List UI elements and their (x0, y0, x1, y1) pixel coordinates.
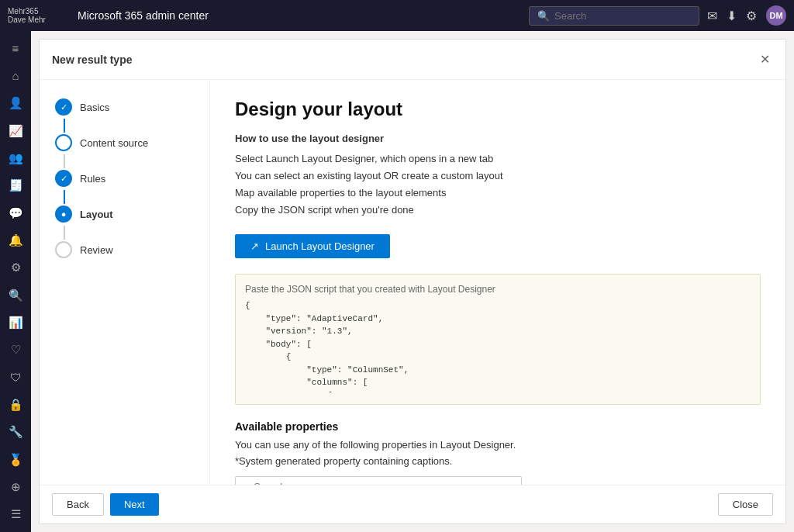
sidebar-add[interactable]: ⊕ (3, 475, 28, 498)
sidebar-analytics[interactable]: 📈 (3, 119, 28, 142)
sidebar-user[interactable]: 👤 (3, 92, 28, 115)
step-basics: ✓ Basics (55, 98, 194, 116)
search-icon: 🔍 (537, 10, 550, 22)
sidebar-heart[interactable]: ♡ (3, 339, 28, 361)
footer-left-buttons: Back Next (52, 493, 159, 516)
back-button[interactable]: Back (52, 493, 104, 516)
message-icon[interactable]: ✉ (707, 9, 717, 23)
step-label-layout: Layout (80, 209, 113, 220)
available-properties-title: Available properties (235, 420, 761, 433)
main-panel: Design your layout How to use the layout… (210, 80, 785, 485)
step-rules: ✓ Rules (55, 170, 194, 187)
step-label-review: Review (80, 244, 113, 256)
how-to-step-2: You can select an existing layout OR cre… (235, 168, 761, 185)
step-circle-layout: ● (55, 206, 72, 223)
sidebar-settings[interactable]: ⚙ (3, 257, 28, 279)
sidebar-search[interactable]: 🔍 (3, 284, 28, 306)
next-button[interactable]: Next (110, 493, 159, 516)
main-layout: ≡ ⌂ 👤 📈 👥 🧾 💬 🔔 ⚙ 🔍 📊 ♡ 🛡 🔒 🔧 🏅 ⊕ ☰ New … (0, 31, 794, 532)
step-circle-basics: ✓ (55, 98, 72, 116)
dialog-header: New result type ✕ (40, 40, 785, 80)
how-to-title: How to use the layout designer (235, 133, 761, 144)
how-to-list: Select Launch Layout Designer, which ope… (235, 150, 761, 219)
sidebar-billing[interactable]: 🧾 (3, 174, 28, 197)
content-area: New result type ✕ ✓ Basics Content sourc… (31, 31, 794, 532)
launch-layout-designer-button[interactable]: ↗ Launch Layout Designer (235, 234, 390, 258)
sidebar-lock[interactable]: 🔒 (3, 393, 28, 416)
step-circle-rules: ✓ (55, 170, 72, 187)
sidebar-list[interactable]: ☰ (3, 503, 28, 526)
step-content-source: Content source (55, 134, 194, 151)
available-properties-desc: You can use any of the following propert… (235, 439, 761, 451)
properties-search-row[interactable]: ○ (235, 476, 522, 485)
search-input[interactable] (554, 10, 691, 22)
dialog-wrapper: New result type ✕ ✓ Basics Content sourc… (39, 39, 786, 524)
how-to-step-3: Map available properties to the layout e… (235, 185, 761, 202)
step-circle-content (55, 134, 72, 151)
sidebar-bell[interactable]: 🔔 (3, 229, 28, 251)
dialog-footer: Back Next Close (40, 485, 785, 523)
json-paste-label: Paste the JSON script that you created w… (245, 284, 751, 295)
close-footer-button[interactable]: Close (718, 493, 773, 516)
sidebar-badge[interactable]: 🏅 (3, 448, 28, 471)
topbar-icons: ✉ ⬇ ⚙ DM (707, 5, 786, 26)
step-circle-review (55, 241, 72, 258)
how-to-step-4: Copy the JSON script when you're done (235, 202, 761, 219)
app-logo: Mehr365 Dave Mehr (8, 7, 70, 24)
dialog-body: ✓ Basics Content source ✓ Rules ● Layout (40, 80, 785, 485)
json-paste-area: Paste the JSON script that you created w… (235, 274, 761, 405)
logo-line1: Mehr365 (8, 7, 70, 16)
json-textarea[interactable] (245, 299, 751, 392)
sidebar-wrench[interactable]: 🔧 (3, 421, 28, 444)
sidebar-chat[interactable]: 💬 (3, 202, 28, 224)
steps-panel: ✓ Basics Content source ✓ Rules ● Layout (40, 80, 210, 485)
step-label-content: Content source (80, 137, 148, 149)
topbar-search-box[interactable]: 🔍 (529, 6, 699, 26)
topbar: Mehr365 Dave Mehr Microsoft 365 admin ce… (0, 0, 794, 31)
step-layout: ● Layout (55, 206, 194, 223)
dialog-close-button[interactable]: ✕ (757, 49, 773, 70)
avatar[interactable]: DM (766, 5, 786, 26)
external-link-icon: ↗ (250, 240, 259, 252)
settings-icon[interactable]: ⚙ (746, 9, 757, 23)
dialog-title: New result type (52, 54, 132, 66)
download-icon[interactable]: ⬇ (727, 9, 737, 23)
step-label-basics: Basics (80, 102, 109, 113)
step-review: Review (55, 241, 194, 258)
step-label-rules: Rules (80, 173, 105, 185)
available-properties-note: *System generated property containing ca… (235, 455, 761, 467)
app-title: Microsoft 365 admin center (78, 9, 521, 22)
sidebar-chart[interactable]: 📊 (3, 311, 28, 333)
sidebar-home[interactable]: ⌂ (3, 64, 28, 87)
sidebar-shield[interactable]: 🛡 (3, 366, 28, 389)
sidebar-team[interactable]: 👥 (3, 147, 28, 169)
sidebar: ≡ ⌂ 👤 📈 👥 🧾 💬 🔔 ⚙ 🔍 📊 ♡ 🛡 🔒 🔧 🏅 ⊕ ☰ (0, 31, 31, 532)
how-to-step-1: Select Launch Layout Designer, which ope… (235, 150, 761, 168)
panel-heading: Design your layout (235, 98, 761, 120)
sidebar-hamburger[interactable]: ≡ (3, 37, 28, 60)
